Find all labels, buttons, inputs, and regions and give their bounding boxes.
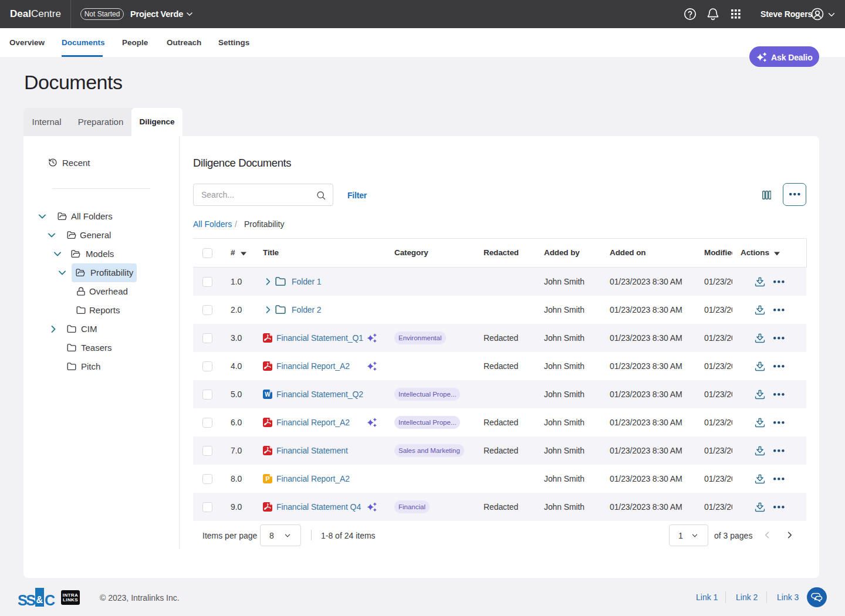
svg-text:P: P <box>265 475 269 482</box>
svg-text:W: W <box>265 391 271 398</box>
